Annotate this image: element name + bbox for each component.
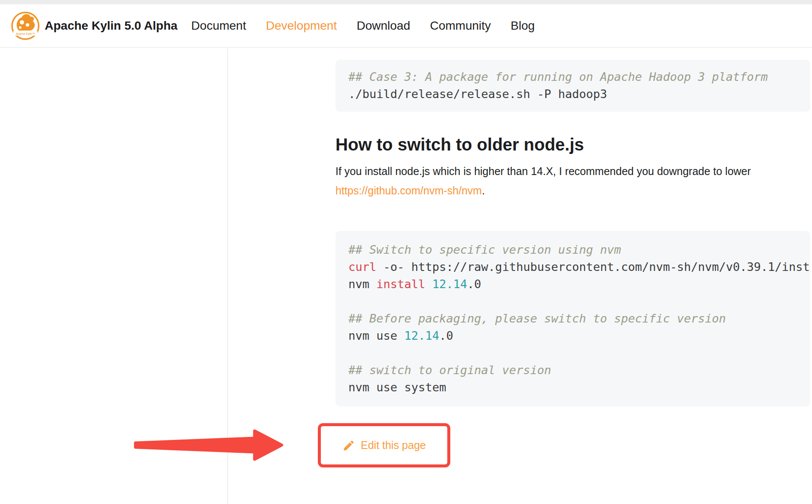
code-line: ## Before packaging, please switch to sp… xyxy=(348,310,797,327)
page: Apache Kylin™ Apache Kylin 5.0 Alpha Doc… xyxy=(0,0,812,504)
link-period: . xyxy=(482,184,485,197)
annotation-highlight-box: Edit this page xyxy=(318,423,450,467)
window-top-strip xyxy=(0,0,812,4)
pencil-icon xyxy=(342,439,355,452)
brand-title[interactable]: Apache Kylin 5.0 Alpha xyxy=(45,19,178,33)
section-heading: How to switch to older node.js xyxy=(335,135,584,154)
nav-development[interactable]: Development xyxy=(266,19,337,33)
code-block-nvm[interactable]: ## Switch to specific version using nvmc… xyxy=(335,231,810,406)
code-line: ## Case 3: A package for running on Apac… xyxy=(348,68,797,86)
code-line xyxy=(348,293,797,310)
code-line: ## Switch to specific version using nvm xyxy=(348,241,797,258)
logo-caption: Apache Kylin™ xyxy=(16,32,35,36)
code-line: nvm use 12.14.0 xyxy=(348,327,797,344)
kylin-logo-icon[interactable]: Apache Kylin™ xyxy=(10,11,40,41)
annotation-arrow-icon xyxy=(129,427,288,466)
nav-blog[interactable]: Blog xyxy=(511,19,535,33)
nav-document[interactable]: Document xyxy=(191,19,246,33)
nvm-link[interactable]: https://github.com/nvm-sh/nvm xyxy=(335,184,482,197)
paragraph-line-2: https://github.com/nvm-sh/nvm. xyxy=(335,181,812,200)
code-line: curl -o- https://raw.githubusercontent.c… xyxy=(348,258,797,276)
navbar: Apache Kylin™ Apache Kylin 5.0 Alpha Doc… xyxy=(0,4,812,48)
edit-this-page-button[interactable]: Edit this page xyxy=(342,439,426,452)
code-line: ./build/release/release.sh -P hadoop3 xyxy=(348,86,797,103)
code-block-hadoop3[interactable]: ## Case 3: A package for running on Apac… xyxy=(335,60,810,112)
paragraph-line-1: If you install node.js which is higher t… xyxy=(335,162,812,181)
edit-this-page-label: Edit this page xyxy=(361,439,426,452)
code-line: nvm install 12.14.0 xyxy=(348,276,797,293)
nav-community[interactable]: Community xyxy=(430,19,491,33)
code-line xyxy=(348,344,797,362)
nav-download[interactable]: Download xyxy=(357,19,410,33)
main-nav: Document Development Download Community … xyxy=(191,19,535,33)
code-line: ## switch to original version xyxy=(348,362,797,379)
code-line: nvm use system xyxy=(348,379,797,396)
